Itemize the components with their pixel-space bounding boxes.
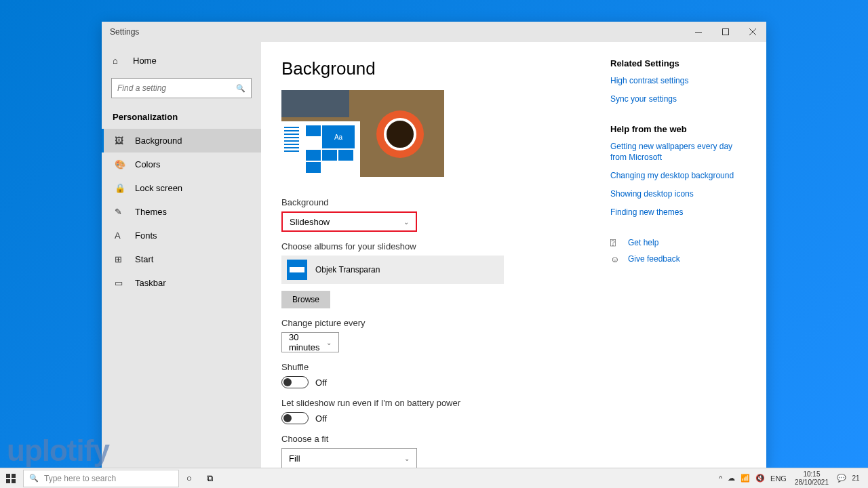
sidebar-item-label: Themes — [135, 207, 167, 217]
shuffle-state: Off — [315, 378, 327, 388]
link-sync-settings[interactable]: Sync your settings — [610, 94, 746, 105]
help-heading: Help from the web — [610, 124, 746, 134]
sidebar-item-colors[interactable]: 🎨 Colors — [102, 152, 261, 176]
home-label: Home — [133, 56, 157, 66]
close-button[interactable] — [739, 22, 766, 42]
home-icon: ⌂ — [113, 56, 123, 66]
maximize-button[interactable] — [712, 22, 739, 42]
albums-label: Choose albums for your slideshow — [281, 241, 590, 251]
battery-label: Let slideshow run even if I'm on battery… — [281, 398, 590, 408]
tray-notifications-icon[interactable]: 💬 — [834, 474, 849, 483]
change-every-value: 30 minutes — [289, 332, 326, 352]
background-dropdown[interactable]: Slideshow ⌄ — [281, 211, 417, 232]
start-button[interactable] — [0, 468, 22, 489]
system-tray: ^ ☁ 📶 🔇 ENG 10:15 28/10/2021 💬 21 — [716, 470, 868, 487]
album-name: Objek Transparan — [315, 265, 380, 274]
sidebar-item-lockscreen[interactable]: 🔒 Lock screen — [102, 176, 261, 200]
tray-date: 28/10/2021 — [795, 479, 829, 487]
change-every-dropdown[interactable]: 30 minutes ⌄ — [281, 332, 339, 352]
tray-chevron-icon[interactable]: ^ — [716, 474, 725, 483]
svg-rect-1 — [723, 29, 729, 35]
feedback-icon: ☺ — [610, 254, 621, 264]
picture-icon: 🖼 — [115, 136, 125, 146]
link-give-feedback[interactable]: Give feedback — [628, 253, 680, 265]
page-title: Background — [281, 58, 590, 79]
taskbar-search[interactable]: 🔍 Type here to search — [23, 470, 179, 487]
start-icon: ⊞ — [115, 254, 125, 264]
desktop-preview: Aa — [281, 90, 444, 177]
sidebar-item-label: Lock screen — [135, 183, 182, 193]
taskbar-icon: ▭ — [115, 278, 125, 288]
sidebar-item-background[interactable]: 🖼 Background — [102, 129, 261, 152]
fit-label: Choose a fit — [281, 434, 590, 444]
category-heading: Personalization — [102, 104, 261, 129]
sidebar-item-taskbar[interactable]: ▭ Taskbar — [102, 271, 261, 295]
lock-icon: 🔒 — [115, 183, 125, 193]
link-desktop-icons[interactable]: Showing desktop icons — [610, 188, 746, 200]
change-every-label: Change picture every — [281, 318, 590, 328]
minimize-button[interactable] — [685, 22, 712, 42]
search-field[interactable] — [117, 83, 236, 93]
related-heading: Related Settings — [610, 58, 746, 68]
taskbar: 🔍 Type here to search ○ ⧉ ^ ☁ 📶 🔇 ENG 10… — [0, 468, 868, 488]
link-wallpapers[interactable]: Getting new wallpapers every day from Mi… — [610, 141, 746, 164]
album-row[interactable]: Objek Transparan — [281, 256, 504, 284]
search-input[interactable]: 🔍 — [111, 78, 252, 98]
help-icon: ⍰ — [610, 237, 621, 247]
background-value: Slideshow — [290, 217, 330, 227]
sidebar-item-start[interactable]: ⊞ Start — [102, 247, 261, 271]
chevron-down-icon: ⌄ — [403, 218, 409, 226]
shuffle-toggle[interactable] — [281, 376, 309, 388]
tray-clock[interactable]: 10:15 28/10/2021 — [789, 470, 834, 487]
svg-rect-3 — [12, 474, 16, 478]
preview-aa: Aa — [322, 125, 355, 148]
home-nav[interactable]: ⌂ Home — [102, 49, 261, 73]
tray-language[interactable]: ENG — [768, 474, 789, 483]
fit-value: Fill — [289, 453, 300, 464]
window-title: Settings — [110, 27, 139, 37]
search-icon: 🔍 — [236, 84, 245, 93]
battery-state: Off — [315, 413, 327, 424]
tray-volume-icon[interactable]: 🔇 — [753, 474, 768, 483]
svg-rect-2 — [6, 474, 10, 478]
browse-button[interactable]: Browse — [281, 291, 330, 308]
cortana-button[interactable]: ○ — [179, 468, 199, 489]
minimize-icon — [695, 32, 702, 33]
tray-notifications-count: 21 — [849, 474, 863, 482]
brush-icon: ✎ — [115, 207, 125, 217]
tray-onedrive-icon[interactable]: ☁ — [725, 474, 738, 483]
link-high-contrast[interactable]: High contrast settings — [610, 75, 746, 87]
sidebar-item-label: Background — [135, 136, 182, 146]
task-view-button[interactable]: ⧉ — [199, 468, 220, 489]
chevron-down-icon: ⌄ — [404, 455, 410, 462]
svg-rect-5 — [12, 479, 16, 483]
sidebar-item-label: Fonts — [135, 230, 157, 241]
svg-rect-0 — [695, 32, 702, 33]
sidebar-item-fonts[interactable]: A Fonts — [102, 224, 261, 247]
link-find-themes[interactable]: Finding new themes — [610, 207, 746, 218]
shuffle-label: Shuffle — [281, 362, 590, 372]
background-label: Background — [281, 197, 590, 207]
link-get-help[interactable]: Get help — [628, 237, 658, 249]
folder-icon — [287, 260, 307, 280]
sidebar-item-label: Colors — [135, 159, 161, 169]
battery-toggle[interactable] — [281, 412, 309, 424]
content-area: Background Aa — [261, 42, 766, 469]
taskbar-search-placeholder: Type here to search — [44, 474, 116, 483]
font-icon: A — [115, 230, 125, 241]
svg-rect-4 — [6, 479, 10, 483]
sidebar-item-themes[interactable]: ✎ Themes — [102, 200, 261, 224]
windows-icon — [6, 474, 16, 483]
tray-network-icon[interactable]: 📶 — [738, 474, 753, 483]
palette-icon: 🎨 — [115, 159, 125, 169]
titlebar: Settings — [102, 22, 766, 42]
search-icon: 🔍 — [29, 474, 39, 483]
watermark: uplotify — [7, 434, 109, 468]
link-change-background[interactable]: Changing my desktop background — [610, 170, 746, 182]
sidebar-item-label: Start — [135, 254, 153, 264]
tray-time: 10:15 — [795, 470, 829, 479]
chevron-down-icon: ⌄ — [326, 339, 332, 346]
window-controls — [685, 22, 766, 42]
close-icon — [749, 28, 756, 35]
fit-dropdown[interactable]: Fill ⌄ — [281, 448, 417, 468]
